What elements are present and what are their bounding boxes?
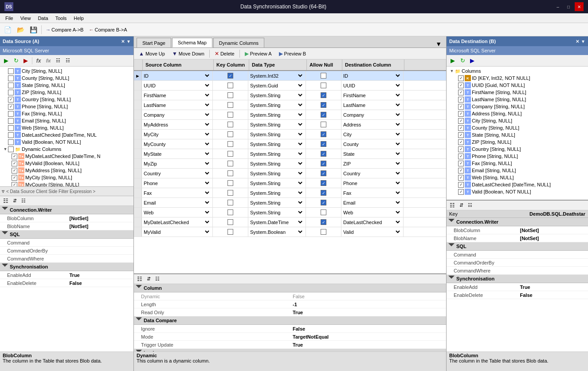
dest-select-3[interactable]: LastName <box>394 102 401 108</box>
cell-type-7[interactable]: System.String System.String <box>248 139 306 149</box>
cell-key-4[interactable] <box>213 110 248 119</box>
right-section-sql[interactable]: SQL <box>447 242 588 251</box>
source-select-14[interactable]: Web <box>204 209 211 215</box>
right-panel-arrow[interactable]: ▼ <box>581 39 585 44</box>
right-cb-fax[interactable] <box>458 161 464 166</box>
cell-source-9[interactable]: MyZip MyZip <box>142 159 213 168</box>
cell-null-7[interactable] <box>306 139 341 149</box>
right-tree-item-country[interactable]: T Country [String, NULL] <box>447 146 588 153</box>
right-expand-icon[interactable]: ▼ <box>449 68 455 74</box>
type-select-0[interactable]: System.Int32 <box>297 73 304 79</box>
checkbox-city[interactable] <box>8 68 14 74</box>
tab-dynamic-columns[interactable]: Dynamic Columns <box>213 38 264 47</box>
cell-source-14[interactable]: Web Web <box>142 208 213 217</box>
menu-help[interactable]: Help <box>70 13 87 23</box>
key-checkbox-8[interactable] <box>227 151 233 157</box>
cell-dest-14[interactable]: Web Web <box>341 208 404 217</box>
grid-row-12[interactable]: Fax Fax System.String System.String Fax … <box>134 188 446 198</box>
tree-item-country[interactable]: T Country [String, NULL] <box>0 96 133 103</box>
type-select-13[interactable]: System.String <box>297 200 304 205</box>
cell-key-12[interactable] <box>213 188 248 197</box>
cell-type-13[interactable]: System.String System.String <box>248 198 306 207</box>
null-checkbox-0[interactable] <box>321 73 326 79</box>
dest-select-13[interactable]: Email <box>394 200 401 205</box>
cell-null-2[interactable] <box>306 91 341 100</box>
left-panel-arrow[interactable]: ▼ <box>126 39 131 44</box>
cell-key-14[interactable] <box>213 208 248 217</box>
cell-null-3[interactable] <box>306 100 341 110</box>
tree-item-valid[interactable]: T Valid [Boolean, NOT NULL] <box>0 138 133 146</box>
cell-source-10[interactable]: Country Country <box>142 169 213 178</box>
type-select-4[interactable]: System.String <box>297 112 304 118</box>
tree-item-web[interactable]: T Web [String, NULL] <box>0 124 133 131</box>
type-select-7[interactable]: System.String <box>297 141 304 147</box>
null-checkbox-11[interactable] <box>321 180 326 186</box>
toolbar-new[interactable]: 📄 <box>2 24 14 35</box>
cell-key-8[interactable] <box>213 149 248 158</box>
type-select-3[interactable]: System.String <box>297 102 304 108</box>
cell-dest-8[interactable]: State State <box>341 149 404 158</box>
dest-select-4[interactable]: Company <box>394 112 401 118</box>
null-checkbox-7[interactable] <box>321 141 326 147</box>
preview-b-button[interactable]: ▶ Preview B <box>277 49 309 58</box>
cell-type-5[interactable]: System.String System.String <box>248 120 306 129</box>
cell-null-13[interactable] <box>306 198 341 207</box>
null-checkbox-5[interactable] <box>321 122 326 127</box>
grid-row-6[interactable]: MyCity MyCity System.String System.Strin… <box>134 130 446 139</box>
cell-null-16[interactable] <box>306 227 341 237</box>
right-tree-item-email[interactable]: T Email [String, NULL] <box>447 167 588 174</box>
key-checkbox-0[interactable] <box>227 73 233 79</box>
source-select-7[interactable]: MyCounty <box>204 141 211 147</box>
grid-row-0[interactable]: ► ID ID System.Int32 System.Int32 ID <box>134 71 446 81</box>
key-checkbox-16[interactable] <box>227 229 233 235</box>
tree-item-myvalid[interactable]: T★ MyValid [Boolean, NULL] <box>0 160 133 167</box>
null-checkbox-1[interactable] <box>321 83 326 88</box>
right-stop[interactable]: ▶ <box>468 56 477 65</box>
cell-type-16[interactable]: System.Boolean System.Boolean <box>248 227 306 237</box>
cell-key-7[interactable] <box>213 139 248 149</box>
center-panel-arrow[interactable]: ▼ <box>434 40 443 47</box>
right-panel-pin[interactable]: ✕ <box>576 39 579 44</box>
right-section-connection[interactable]: Connection.Writer <box>447 218 588 226</box>
cell-dest-9[interactable]: ZIP ZIP <box>341 159 404 168</box>
grid-row-2[interactable]: FirstName FirstName System.String System… <box>134 91 446 100</box>
null-checkbox-6[interactable] <box>321 131 326 137</box>
tree-item-datelast[interactable]: T DateLastChecked [DateTime, NUL <box>0 131 133 138</box>
key-checkbox-7[interactable] <box>227 141 233 147</box>
right-tree-item-0[interactable]: ▼ 📁 Columns <box>447 67 588 75</box>
cell-null-9[interactable] <box>306 159 341 168</box>
grid-row-14[interactable]: Web Web System.String System.String Web … <box>134 208 446 217</box>
tab-schema-map[interactable]: Schema Map <box>172 38 212 47</box>
cell-source-4[interactable]: Company Company <box>142 110 213 119</box>
cell-source-6[interactable]: MyCity MyCity <box>142 130 213 139</box>
dest-select-12[interactable]: Fax <box>394 190 401 196</box>
source-select-5[interactable]: MyAddress <box>204 122 211 127</box>
cell-type-14[interactable]: System.String System.String <box>248 208 306 217</box>
dest-select-8[interactable]: State <box>394 151 401 157</box>
toolbar-compare-ba[interactable]: ← Compare B->A <box>86 24 129 35</box>
dest-select-1[interactable]: UUID <box>394 83 401 88</box>
toolbar-save[interactable]: 💾 <box>27 24 39 35</box>
source-select-11[interactable]: Phone <box>204 180 211 186</box>
tree-item-mycounty[interactable]: T★ MyCounty [String, NULL] <box>0 181 133 186</box>
right-tree-item-id[interactable]: K ID [KEY, Int32, NOT NULL] <box>447 75 588 82</box>
right-tree-item-web[interactable]: T Web [String, NULL] <box>447 174 588 181</box>
cell-type-15[interactable]: System.DateTime System.DateTime <box>248 217 306 227</box>
cell-null-6[interactable] <box>306 130 341 139</box>
source-select-1[interactable]: UUID <box>204 83 211 88</box>
source-select-2[interactable]: FirstName <box>204 92 211 98</box>
right-cb-zip[interactable] <box>458 139 464 145</box>
null-checkbox-2[interactable] <box>321 92 326 98</box>
tree-item-email[interactable]: T Email [String, NULL] <box>0 117 133 124</box>
source-select-9[interactable]: MyZip <box>204 161 211 166</box>
key-checkbox-11[interactable] <box>227 180 233 186</box>
source-select-8[interactable]: MyState <box>204 151 211 157</box>
cell-source-8[interactable]: MyState MyState <box>142 149 213 158</box>
right-tree-item-city[interactable]: T City [String, NULL] <box>447 117 588 124</box>
null-checkbox-3[interactable] <box>321 102 326 108</box>
checkbox-state[interactable] <box>8 83 14 88</box>
cell-dest-6[interactable]: City City <box>341 130 404 139</box>
cell-key-10[interactable] <box>213 169 248 178</box>
right-props-btn2[interactable]: ⇵ <box>457 201 465 209</box>
cell-type-11[interactable]: System.String System.String <box>248 178 306 188</box>
